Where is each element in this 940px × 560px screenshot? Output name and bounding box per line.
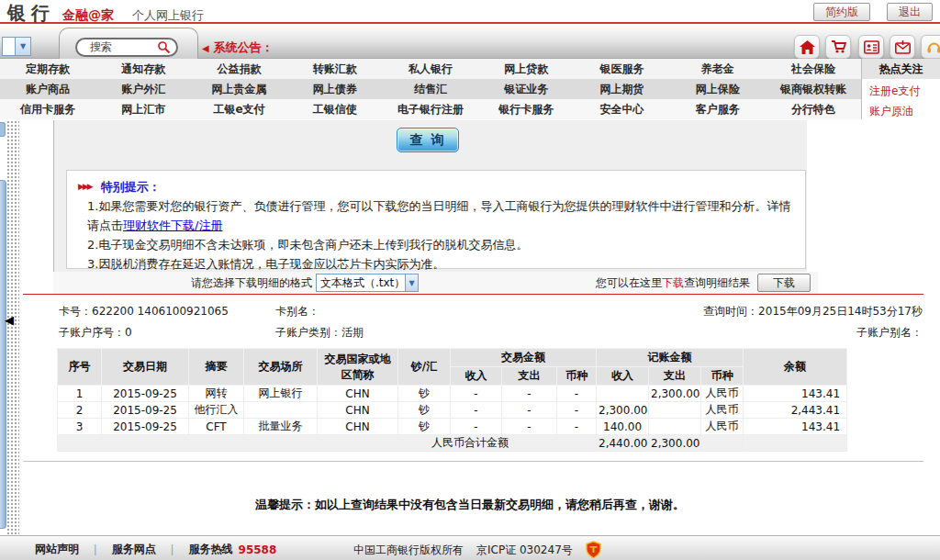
download-hint: 您可以在这里下载查询明细结果 bbox=[596, 275, 750, 291]
cell: 140.00 bbox=[597, 419, 649, 435]
query-button[interactable]: 查 询 bbox=[397, 128, 459, 152]
nav-item[interactable]: 银证业务 bbox=[478, 79, 574, 99]
sub-account-seq-value: 0 bbox=[125, 326, 132, 339]
footer-links: 网站声明 ｜ 服务网点 ｜ 服务热线 95588 bbox=[35, 542, 276, 557]
total-balance-empty bbox=[744, 435, 847, 452]
cell: - bbox=[557, 386, 597, 402]
card-alias: 卡别名： bbox=[275, 304, 319, 319]
card-number-label: 卡号： bbox=[59, 305, 92, 318]
nav-item[interactable]: 定期存款 bbox=[0, 59, 95, 79]
download-hint-post: 查询明细结果 bbox=[684, 276, 750, 289]
cell: CHN bbox=[318, 419, 398, 435]
table-header-row: 序号 交易日期 摘要 交易场所 交易国家或地区简称 钞/汇 交易金额 记账金额 … bbox=[58, 349, 847, 367]
chevron-down-icon[interactable]: ▼ bbox=[405, 274, 418, 291]
cell: CHN bbox=[318, 386, 398, 402]
tips-item-2: 2.电子现金交易明细不含未达账项，即未包含商户还未上传到我行的脱机交易信息。 bbox=[76, 235, 794, 254]
nav-item[interactable]: 银行卡服务 bbox=[478, 99, 574, 119]
nav-item[interactable]: 网上贵金属 bbox=[191, 79, 286, 99]
copyright-text: 中国工商银行版权所有 bbox=[353, 543, 464, 558]
total-expense: 2,300.00 bbox=[649, 435, 701, 452]
search-icon[interactable] bbox=[157, 40, 171, 54]
tips-item-1: 1.如果您需要对您的银行资产、负债进行管理，您可以下载您的当日明细，导入工商银行… bbox=[76, 196, 794, 235]
nav-item[interactable]: 养老金 bbox=[670, 59, 766, 79]
icp-text: 京ICP证 030247号 bbox=[476, 543, 573, 558]
nav-item[interactable]: 账户商品 bbox=[0, 79, 95, 99]
special-tips-box: ▶▶▶ 特别提示： 1.如果您需要对您的银行资产、负债进行管理，您可以下载您的当… bbox=[66, 170, 806, 269]
nav-item[interactable]: 电子银行注册 bbox=[383, 99, 478, 119]
page-title: 个人网上银行 bbox=[132, 7, 204, 24]
download-format-value: 文本格式（.txt） bbox=[317, 275, 405, 291]
home-icon bbox=[800, 40, 815, 54]
nav-item[interactable]: 银商银权转账 bbox=[766, 79, 861, 99]
messages-button[interactable] bbox=[890, 35, 915, 59]
left-panel-tab bbox=[0, 122, 6, 137]
cell: CFT bbox=[189, 419, 244, 435]
nav-item[interactable]: 银医服务 bbox=[574, 59, 669, 79]
quick-menu-dropdown[interactable]: ▼ bbox=[2, 37, 31, 56]
col-book-currency: 币种 bbox=[701, 367, 744, 386]
nav-item[interactable]: 网上汇市 bbox=[95, 99, 191, 119]
table-row: 1 2015-09-25 网转 网上银行 CHN 钞 - - - 2,300.0… bbox=[58, 386, 847, 402]
download-format-select[interactable]: 文本格式（.txt） ▼ bbox=[316, 274, 419, 292]
card-number: 卡号：622200 1406100921065 bbox=[59, 304, 229, 319]
account-info-row-1: 卡号：622200 1406100921065 卡别名： 查询时间：2015年0… bbox=[0, 304, 940, 319]
home-button[interactable] bbox=[794, 35, 820, 59]
cell: 钞 bbox=[398, 402, 451, 419]
total-currency-empty bbox=[701, 435, 744, 452]
col-place: 交易场所 bbox=[244, 349, 318, 386]
col-trade-amount: 交易金额 bbox=[451, 349, 597, 367]
cell: 钞 bbox=[398, 386, 451, 402]
hot-topic-link[interactable]: 注册e支付 bbox=[862, 79, 940, 99]
download-hint-link[interactable]: 下载 bbox=[662, 276, 684, 289]
simple-version-button[interactable]: 简约版 bbox=[813, 3, 870, 21]
finance-software-link[interactable]: 理财软件下载/注册 bbox=[123, 218, 222, 232]
chevron-down-icon[interactable]: ▼ bbox=[15, 38, 30, 55]
sub-account-alias: 子账户别名： bbox=[856, 325, 923, 341]
nav-row-3: 信用卡服务 网上汇市 工银e支付 工银信使 电子银行注册 银行卡服务 安全中心 … bbox=[0, 99, 861, 119]
logout-button[interactable]: 退出 bbox=[887, 3, 933, 21]
search-input[interactable]: 搜索 bbox=[75, 38, 178, 57]
mall-button[interactable] bbox=[825, 35, 851, 59]
nav-item[interactable]: 转账汇款 bbox=[287, 59, 383, 79]
footer-separator: ｜ bbox=[167, 542, 178, 557]
col-book-amount: 记账金额 bbox=[597, 349, 744, 367]
nav-item[interactable]: 社会保险 bbox=[766, 59, 861, 79]
nav-item[interactable]: 分行特色 bbox=[766, 99, 861, 119]
nav-item[interactable]: 公益捐款 bbox=[191, 59, 286, 79]
nav-item[interactable]: 网上贷款 bbox=[478, 59, 574, 79]
footer-separator: ｜ bbox=[90, 542, 101, 557]
icbc-personal-banking-page: 银行 金融@家 个人网上银行 简约版 退出 ▼ 搜索 ◀ 系统公告： bbox=[0, 0, 940, 560]
nav-item[interactable]: 网上债券 bbox=[287, 79, 383, 99]
cell: - bbox=[502, 402, 557, 419]
cell: 人民币 bbox=[701, 386, 744, 402]
nav-item[interactable]: 账户外汇 bbox=[95, 79, 191, 99]
nav-item[interactable]: 网上保险 bbox=[670, 79, 766, 99]
service-outlets-link[interactable]: 服务网点 bbox=[112, 542, 156, 557]
footer: 网站声明 ｜ 服务网点 ｜ 服务热线 95588 中国工商银行版权所有 京ICP… bbox=[0, 535, 940, 560]
nav-item[interactable]: 工银e支付 bbox=[191, 99, 286, 119]
nav-item[interactable]: 客户服务 bbox=[670, 99, 766, 119]
nav-item[interactable]: 网上期货 bbox=[574, 79, 669, 99]
cell: 143.41 bbox=[744, 419, 847, 435]
nav-item[interactable]: 结售汇 bbox=[383, 79, 478, 99]
col-trade-income: 收入 bbox=[451, 367, 502, 386]
nav-item[interactable]: 安全中心 bbox=[574, 99, 669, 119]
nav-item[interactable]: 私人银行 bbox=[383, 59, 478, 79]
cell: - bbox=[502, 419, 557, 435]
col-trade-expense: 支出 bbox=[502, 367, 557, 386]
cell: 2,300.00 bbox=[649, 386, 701, 402]
brand-text: 金融@家 bbox=[62, 7, 114, 24]
nav-item[interactable]: 工银信使 bbox=[287, 99, 383, 119]
site-statement-link[interactable]: 网站声明 bbox=[35, 542, 79, 557]
nav-item[interactable]: 通知存款 bbox=[95, 59, 191, 79]
cell: - bbox=[557, 402, 597, 419]
query-time-value: 2015年09月25日14时53分17秒 bbox=[758, 305, 923, 318]
hot-topics-title: 热点关注 bbox=[862, 59, 940, 79]
left-panel-scrollbar[interactable] bbox=[0, 180, 6, 529]
contacts-button[interactable] bbox=[858, 35, 884, 59]
customer-service-button[interactable] bbox=[921, 35, 940, 59]
hot-topic-link[interactable]: 账户原油 bbox=[862, 99, 940, 119]
nav-item[interactable]: 信用卡服务 bbox=[0, 99, 95, 119]
total-label: 人民币合计金额 bbox=[58, 435, 597, 452]
download-button[interactable]: 下载 bbox=[757, 274, 811, 292]
